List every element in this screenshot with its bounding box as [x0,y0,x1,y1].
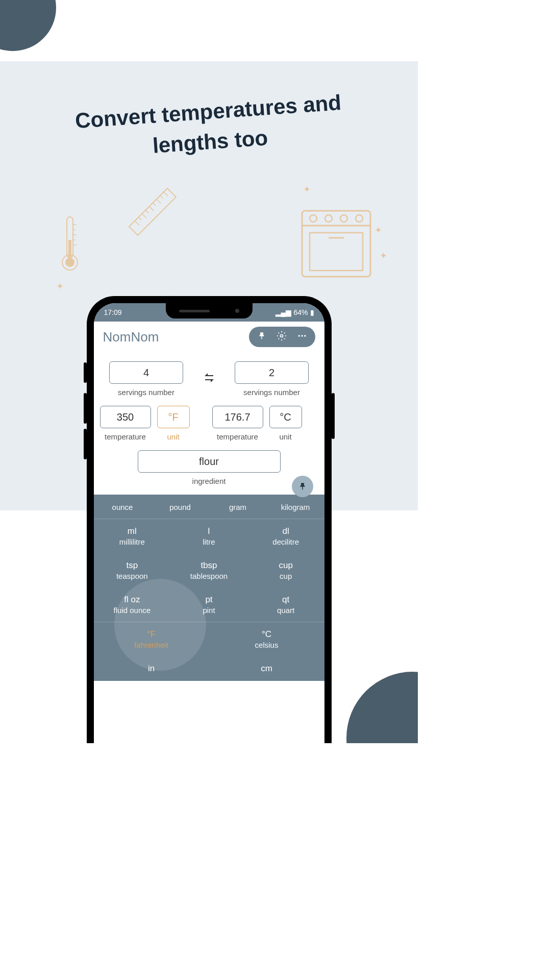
app-title: NomNom [103,329,159,345]
gear-icon[interactable] [277,331,287,343]
decoration-circle-bottom [346,672,418,743]
unit-fahrenheit[interactable]: °F fahrenheit [94,622,209,656]
status-time: 17:09 [104,308,122,316]
unit-inch[interactable]: in [94,656,209,681]
decoration-circle-top [0,0,56,51]
svg-rect-19 [302,211,370,277]
servings-right-label: servings number [243,388,300,397]
temp-left-input[interactable]: 350 [100,406,151,428]
unit-centimeter[interactable]: cm [209,656,324,681]
app-header: NomNom [94,322,324,352]
signal-icon: ▂▄▆ [276,308,292,316]
svg-line-12 [157,199,161,203]
svg-line-17 [138,217,141,220]
ingredient-pin-button[interactable] [292,476,313,497]
svg-line-15 [146,210,149,213]
svg-line-14 [149,206,154,210]
unit-cup[interactable]: cup cup [247,553,324,587]
svg-line-11 [160,195,163,199]
svg-point-29 [301,335,303,336]
svg-rect-3 [68,240,71,262]
temp-right-label: temperature [217,432,258,441]
phone-notch [166,303,253,318]
svg-point-21 [310,215,317,222]
sparkle-icon: ✦ [303,184,311,195]
unit-ounce[interactable]: ounce [94,495,152,519]
ingredient-label: ingredient [192,477,226,485]
units-panel: ounce pound gram kilogram ml millilitre [94,495,324,681]
svg-line-13 [153,203,156,206]
temp-right-input[interactable]: 176.7 [212,406,263,428]
temp-right-unit-label: unit [279,432,291,441]
phone-frame: 17:09 ▂▄▆ 64% ▮ NomNom [87,296,332,743]
svg-line-18 [135,221,139,225]
unit-millilitre[interactable]: ml millilitre [94,519,171,553]
ingredient-input[interactable]: flour [138,450,281,473]
unit-fluid-ounce[interactable]: fl oz fluid ounce [94,587,171,622]
battery-icon: ▮ [310,308,314,316]
svg-line-10 [164,192,168,196]
phone-screen: 17:09 ▂▄▆ 64% ▮ NomNom [94,303,324,743]
unit-quart[interactable]: qt quart [247,587,324,622]
unit-decilitre[interactable]: dl decilitre [247,519,324,553]
svg-point-30 [304,335,306,336]
unit-litre[interactable]: l litre [170,519,247,553]
temp-left-unit-label: unit [167,432,179,441]
thermometer-icon [61,214,79,271]
svg-line-16 [142,214,146,218]
header-actions [249,327,315,347]
svg-point-23 [340,215,347,222]
sparkle-icon: ✦ [380,250,387,261]
servings-right-input[interactable]: 2 [235,361,309,384]
battery-percent: 64% [293,308,308,316]
unit-kilogram[interactable]: kilogram [267,495,324,519]
converter-panel: 4 servings number 2 servings number 350 … [94,352,324,495]
unit-gram[interactable]: gram [209,495,267,519]
svg-point-24 [356,215,363,222]
servings-left-label: servings number [118,388,174,397]
phone-volume-down [84,429,87,459]
pin-icon[interactable] [257,331,266,342]
unit-pint[interactable]: pt pint [170,587,247,622]
oven-icon [300,209,372,278]
svg-point-28 [298,335,299,336]
temp-right-unit[interactable]: °C [269,406,302,428]
phone-power-button [332,393,335,439]
more-icon[interactable] [297,331,307,343]
unit-teaspoon[interactable]: tsp teaspoon [94,553,171,587]
unit-pound[interactable]: pound [152,495,209,519]
temp-left-unit[interactable]: °F [157,406,190,428]
unit-celsius[interactable]: °C celsius [209,622,324,656]
phone-volume-up [84,393,87,424]
swap-icon[interactable] [203,372,215,386]
sparkle-icon: ✦ [374,225,382,236]
svg-point-22 [325,215,332,222]
svg-point-27 [280,335,283,337]
sparkle-icon: ✦ [56,281,64,292]
phone-mute-switch [84,362,87,383]
unit-tablespoon[interactable]: tbsp tablespoon [170,553,247,587]
servings-left-input[interactable]: 4 [109,361,183,384]
temp-left-label: temperature [105,432,146,441]
